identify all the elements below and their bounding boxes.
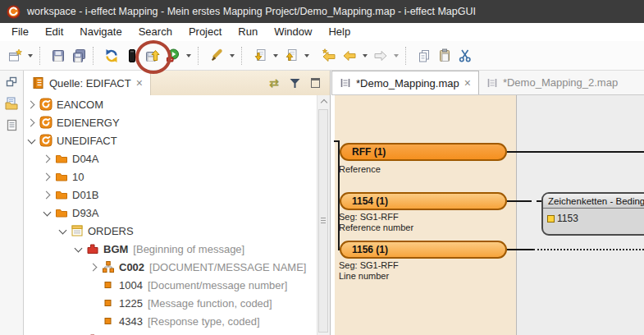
- menu-edit[interactable]: Edit: [37, 23, 71, 41]
- editor-tab-demo-mapping[interactable]: *Demo_Mapping.map ×: [331, 71, 479, 94]
- mapping-node-rff[interactable]: RFF (1): [340, 143, 507, 161]
- update-button[interactable]: [281, 46, 301, 66]
- save-icon: [51, 48, 66, 63]
- main-toolbar: [0, 41, 644, 71]
- standard-icon: [39, 134, 53, 147]
- chevron-right-icon[interactable]: [42, 171, 53, 182]
- menu-help[interactable]: Help: [320, 23, 359, 41]
- mapping-canvas[interactable]: RFF (1) Reference 1154 (1) Seg: SG1-RFF …: [331, 95, 644, 335]
- forward-dropdown-caret[interactable]: [394, 54, 399, 57]
- connector-line: [507, 249, 533, 250]
- folder-icon: [55, 170, 68, 183]
- tree-item-label: 4343: [119, 315, 143, 328]
- filter-icon[interactable]: [290, 78, 300, 89]
- run-publish-dropdown-caret[interactable]: [186, 54, 191, 57]
- tree-item-dtm-partial[interactable]: DTM [Date/time/period]: [25, 330, 317, 335]
- tree-item-4343[interactable]: 4343 [Response type, coded]: [25, 312, 317, 330]
- maximize-icon[interactable]: [311, 78, 320, 88]
- mapping-editor: *Demo_Mapping.map × *Demo_Mapping_2.map: [331, 71, 644, 335]
- chevron-right-icon[interactable]: [42, 153, 53, 164]
- map-file-icon: [486, 77, 498, 89]
- new-wizard-dropdown-caret[interactable]: [28, 54, 33, 57]
- marker-dropdown-caret[interactable]: [230, 54, 235, 57]
- toolbar-separator: [93, 47, 98, 65]
- tree-item-label: 1225: [119, 297, 143, 310]
- forward-button[interactable]: [371, 46, 391, 66]
- edifact-source-icon: [32, 76, 44, 89]
- tree-item-unedifact[interactable]: UNEDIFACT: [25, 131, 317, 149]
- outline-icon[interactable]: [6, 119, 18, 131]
- menu-project[interactable]: Project: [180, 23, 230, 41]
- menu-file[interactable]: File: [3, 23, 37, 41]
- mapping-node-1156[interactable]: 1156 (1): [340, 241, 507, 259]
- tree-item-d93a[interactable]: D93A: [25, 204, 317, 222]
- chevron-down-icon[interactable]: [57, 225, 68, 236]
- back-icon: [342, 48, 357, 63]
- close-icon[interactable]: ×: [464, 77, 471, 89]
- save-all-button[interactable]: [69, 46, 89, 66]
- node-subtitle: Seg: SG1-RFF: [339, 260, 399, 271]
- tree-item-d04a[interactable]: D04A: [25, 149, 317, 168]
- marker-button[interactable]: [207, 46, 226, 66]
- commit-button[interactable]: [250, 46, 270, 66]
- menu-search[interactable]: Search: [130, 23, 180, 41]
- tree-item-edienergy[interactable]: EDIENERGY: [25, 113, 317, 131]
- update-dropdown-caret[interactable]: [304, 54, 309, 57]
- composite-icon: [102, 260, 115, 273]
- tree-scrollbar[interactable]: [317, 95, 330, 335]
- chevron-down-icon[interactable]: [73, 243, 84, 255]
- chevron-down-icon[interactable]: [26, 135, 37, 146]
- back-history-button[interactable]: [319, 46, 339, 66]
- close-icon[interactable]: ×: [136, 77, 143, 89]
- tree-item-bgm[interactable]: BGM [Beginning of message]: [25, 240, 317, 258]
- paste-button[interactable]: [435, 46, 454, 66]
- chevron-right-icon[interactable]: [26, 99, 37, 110]
- new-wizard-button[interactable]: [5, 46, 25, 66]
- chevron-placeholder: [89, 315, 99, 327]
- view-actions: ⇄: [269, 76, 330, 89]
- back-history-icon: [322, 48, 336, 63]
- mapping-node-1154[interactable]: 1154 (1): [340, 192, 507, 210]
- terminal-icon: [125, 48, 139, 63]
- editor-tab-demo-mapping-2[interactable]: *Demo_Mapping_2.map: [479, 71, 625, 94]
- copy-button[interactable]: [414, 46, 434, 66]
- tree-item-orders[interactable]: ORDERS: [25, 222, 317, 240]
- tree-item-eancom[interactable]: EANCOM: [25, 95, 317, 113]
- save-upload-button[interactable]: [143, 46, 162, 66]
- save-button[interactable]: [48, 46, 68, 66]
- main-area: Quelle: EDIFACT × ⇄ EANCOM: [0, 71, 644, 335]
- tree-item-1004[interactable]: 1004 [Document/message number]: [25, 276, 317, 294]
- scrollbar-up-icon[interactable]: [317, 95, 330, 108]
- tree-item-c002[interactable]: C002 [DOCUMENT/MESSAGE NAME]: [25, 258, 317, 276]
- element-icon: [547, 215, 555, 223]
- run-publish-button[interactable]: [163, 46, 183, 66]
- menu-bar: File Edit Navigate Search Project Run Wi…: [0, 23, 644, 41]
- back-dropdown-caret[interactable]: [363, 54, 368, 57]
- chevron-right-icon[interactable]: [89, 261, 99, 273]
- chevron-right-icon[interactable]: [42, 189, 53, 200]
- menu-navigate[interactable]: Navigate: [71, 23, 130, 41]
- link-with-editor-icon[interactable]: ⇄: [269, 76, 279, 89]
- save-all-icon: [71, 48, 86, 63]
- restore-view-icon[interactable]: [6, 76, 17, 88]
- chevron-right-icon[interactable]: [26, 117, 37, 128]
- cut-button[interactable]: [455, 46, 475, 66]
- source-view-tab[interactable]: Quelle: EDIFACT ×: [25, 71, 151, 95]
- back-button[interactable]: [340, 46, 359, 66]
- tree-item-d01b[interactable]: D01B: [25, 186, 317, 204]
- toolbar-separator: [241, 47, 246, 65]
- tree-item-10[interactable]: 10: [25, 168, 317, 186]
- function-box-item[interactable]: 1153: [543, 209, 644, 224]
- node-subtitle: Reference: [339, 164, 381, 175]
- connector-line: [338, 140, 340, 250]
- tree-item-1225[interactable]: 1225 [Message function, coded]: [25, 294, 317, 312]
- terminal-button[interactable]: [122, 46, 142, 66]
- menu-run[interactable]: Run: [230, 23, 266, 41]
- chevron-down-icon[interactable]: [42, 207, 53, 218]
- menu-window[interactable]: Window: [266, 23, 320, 41]
- function-box-zeichenketten[interactable]: Zeichenketten - Beding 1153: [541, 192, 644, 236]
- scrollbar-thumb[interactable]: [318, 109, 328, 333]
- commit-dropdown-caret[interactable]: [273, 54, 278, 57]
- folder-document-icon[interactable]: [5, 97, 18, 110]
- refresh-button[interactable]: [102, 46, 121, 66]
